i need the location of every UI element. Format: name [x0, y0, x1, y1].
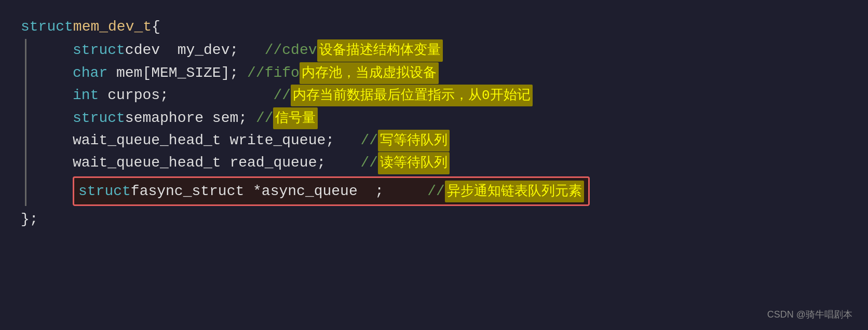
kw-struct-1: struct — [73, 39, 125, 61]
line-semaphore: struct semaphore sem; // 信号量 — [73, 107, 847, 129]
annotation-async: 异步通知链表队列元素 — [445, 181, 584, 202]
line-read-queue: wait_queue_head_t read_queue; // 读等待队列 — [73, 152, 847, 174]
comment-fifo: //fifo — [247, 62, 300, 84]
annotation-write-queue: 写等待队列 — [378, 130, 450, 152]
annotation-curpos: 内存当前数据最后位置指示，从0开始记 — [291, 85, 533, 106]
var-mem: mem[MEM_SIZE]; — [116, 62, 247, 84]
line-int-curpos: int curpos; // 内存当前数据最后位置指示，从0开始记 — [73, 84, 847, 106]
line-async-queue: struct fasync_struct *async_queue ; // 异… — [73, 176, 847, 206]
annotation-cdev: 设备描述结构体变量 — [317, 39, 443, 61]
comment-curpos: // — [273, 84, 291, 106]
vertical-bar — [25, 39, 26, 206]
comment-async: // — [427, 180, 445, 202]
comment-cdev: //cdev — [265, 39, 317, 61]
annotation-fifo: 内存池，当成虚拟设备 — [300, 62, 439, 84]
kw-char: char — [73, 62, 116, 84]
annotation-sem: 信号量 — [273, 107, 318, 129]
struct-name: mem_dev_t — [73, 16, 152, 38]
var-sem: semaphore sem; — [125, 107, 256, 129]
line-struct-header: struct mem_dev_t { — [21, 16, 847, 38]
annotation-read-queue: 读等待队列 — [378, 152, 450, 174]
line-closing: }; — [21, 208, 847, 230]
comment-write-queue: // — [361, 129, 378, 152]
var-write-queue: wait_queue_head_t write_queue; — [73, 129, 361, 152]
var-async: fasync_struct *async_queue ; — [131, 180, 427, 202]
keyword-struct: struct — [21, 16, 73, 38]
watermark: CSDN @骑牛唱剧本 — [767, 308, 852, 321]
kw-struct-3: struct — [78, 180, 131, 202]
async-queue-highlight: struct fasync_struct *async_queue ; // 异… — [73, 176, 590, 206]
line-write-queue: wait_queue_head_t write_queue; // 写等待队列 — [73, 129, 847, 152]
line-cdev: struct cdev my_dev; //cdev 设备描述结构体变量 — [73, 39, 847, 61]
var-cdev: cdev my_dev; — [125, 39, 265, 61]
code-block: struct mem_dev_t { struct cdev my_dev; /… — [21, 16, 847, 231]
open-brace: { — [152, 16, 160, 38]
var-read-queue: wait_queue_head_t read_queue; — [73, 152, 361, 174]
code-container: struct mem_dev_t { struct cdev my_dev; /… — [0, 0, 868, 330]
line-char-mem: char mem[MEM_SIZE]; //fifo 内存池，当成虚拟设备 — [73, 62, 847, 84]
comment-sem: // — [256, 107, 274, 129]
kw-struct-2: struct — [73, 107, 125, 129]
var-curpos: curpos; — [99, 84, 273, 106]
comment-read-queue: // — [361, 152, 378, 174]
struct-body: struct cdev my_dev; //cdev 设备描述结构体变量 cha… — [21, 39, 847, 206]
kw-int: int — [73, 84, 99, 106]
closing-brace: }; — [21, 208, 38, 230]
